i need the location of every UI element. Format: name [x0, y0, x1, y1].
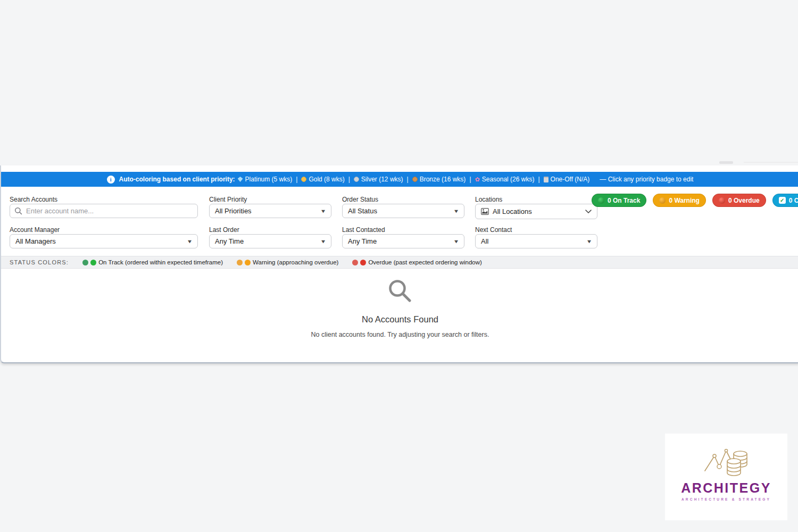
account-manager-value: All Managers — [15, 237, 56, 245]
info-icon: i — [107, 176, 115, 184]
last-order-label: Last Order — [209, 226, 239, 234]
check-icon: ✓ — [779, 197, 786, 204]
legend-warning-text: Warning (approaching overdue) — [253, 259, 338, 265]
priority-gold-label: Gold (8 wks) — [309, 176, 344, 183]
architegy-logo-card: ARCHITEGY ARCHITECTURE & STRATEGY — [665, 434, 787, 520]
banner-bold-text: Auto-coloring based on client priority: — [119, 176, 235, 183]
screen: i Auto-coloring based on client priority… — [0, 0, 798, 532]
account-manager-label: Account Manager — [10, 226, 60, 234]
account-manager-select[interactable]: All Managers ▼ — [10, 234, 198, 248]
on-track-count-badge[interactable]: 0 On Track — [592, 194, 646, 207]
warning-count: 0 Warning — [669, 197, 700, 204]
separator: | — [296, 176, 297, 183]
dropdown-arrow-icon: ▼ — [320, 239, 327, 244]
legend-title: STATUS COLORS: — [10, 259, 69, 265]
locations-value: All Locations — [493, 207, 532, 215]
status-colors-legend: STATUS COLORS: On Track (ordered within … — [1, 256, 798, 269]
red-dot-icon — [719, 197, 725, 204]
dropdown-arrow-icon: ▼ — [453, 239, 460, 244]
last-contacted-select[interactable]: Any Time ▼ — [342, 234, 464, 248]
priority-oneoff: One-Off (N/A) — [544, 176, 590, 183]
logo-graphic — [701, 446, 752, 479]
logo-wordmark: ARCHITEGY — [681, 480, 771, 496]
order-status-value: All Status — [348, 207, 377, 215]
orange-dot-icon — [245, 260, 251, 265]
priority-platinum-label: Platinum (5 wks) — [245, 176, 293, 183]
orange-dot-icon — [659, 197, 666, 204]
priority-gold: Gold (8 wks) — [301, 176, 344, 183]
on-track-count: 0 On Track — [608, 197, 640, 204]
dropdown-arrow-icon: ▼ — [453, 209, 460, 214]
search-accounts-label: Search Accounts — [10, 196, 57, 203]
complete-count-badge[interactable]: ✓ 0 Complete — [772, 194, 798, 207]
client-priority-value: All Priorities — [215, 207, 252, 215]
complete-count: 0 Complete — [789, 197, 798, 204]
logo-tagline: ARCHITECTURE & STRATEGY — [681, 497, 771, 501]
priority-silver-label: Silver (12 wks) — [361, 176, 403, 183]
priority-seasonal: ✿ Seasonal (26 wks) — [475, 176, 535, 183]
overdue-count-badge[interactable]: 0 Overdue — [712, 194, 766, 207]
legend-overdue: Overdue (past expected ordering window) — [352, 259, 482, 265]
legend-warning: Warning (approaching overdue) — [237, 259, 338, 265]
order-status-select[interactable]: All Status ▼ — [342, 204, 464, 218]
separator: | — [469, 176, 471, 183]
order-status-label: Order Status — [342, 196, 378, 203]
legend-on-track: On Track (ordered within expected timefr… — [82, 259, 223, 265]
separator: | — [348, 176, 350, 183]
clipboard-icon — [544, 177, 548, 182]
red-dot-icon — [360, 260, 366, 265]
search-icon — [14, 207, 22, 215]
banner-hint: — Click any priority badge to edit — [600, 176, 693, 183]
dropdown-arrow-icon: ▼ — [320, 209, 327, 214]
empty-state: No Accounts Found No client accounts fou… — [1, 277, 798, 338]
bronze-medal-icon — [412, 177, 418, 182]
red-dot-icon — [352, 260, 358, 265]
locations-select[interactable]: All Locations — [475, 204, 597, 219]
priority-platinum: Platinum (5 wks) — [238, 176, 293, 183]
next-contact-value: All — [481, 237, 488, 245]
last-contacted-label: Last Contacted — [342, 226, 385, 234]
priority-bronze: Bronze (16 wks) — [412, 176, 466, 183]
chevron-down-icon — [585, 210, 592, 213]
search-field-wrap — [10, 204, 198, 218]
search-accounts-input[interactable] — [10, 204, 198, 218]
client-priority-label: Client Priority — [209, 196, 247, 203]
priority-silver: Silver (12 wks) — [354, 176, 403, 183]
next-contact-label: Next Contact — [475, 226, 512, 234]
map-icon — [481, 208, 489, 215]
blossom-icon: ✿ — [475, 177, 480, 182]
dropdown-arrow-icon: ▼ — [586, 239, 593, 244]
next-contact-select[interactable]: All ▼ — [475, 234, 597, 248]
accounts-panel: i Auto-coloring based on client priority… — [0, 165, 798, 363]
last-contacted-value: Any Time — [348, 237, 377, 245]
last-order-select[interactable]: Any Time ▼ — [209, 234, 331, 248]
green-dot-icon — [90, 260, 96, 265]
overdue-count: 0 Overdue — [728, 197, 760, 204]
legend-overdue-text: Overdue (past expected ordering window) — [368, 259, 482, 265]
locations-label: Locations — [475, 196, 502, 203]
status-count-badges: 0 On Track 0 Warning 0 Overdue ✓ 0 Compl… — [592, 194, 798, 207]
empty-state-message: No client accounts found. Try adjusting … — [1, 331, 798, 338]
priority-oneoff-label: One-Off (N/A) — [551, 176, 590, 183]
diamond-platinum-icon — [238, 177, 243, 182]
legend-on-track-text: On Track (ordered within expected timefr… — [98, 259, 223, 265]
last-order-value: Any Time — [215, 237, 244, 245]
separator: | — [538, 176, 539, 183]
client-priority-select[interactable]: All Priorities ▼ — [209, 204, 331, 218]
magnifier-icon — [386, 277, 414, 305]
dropdown-arrow-icon: ▼ — [187, 239, 193, 244]
gold-medal-icon — [301, 177, 306, 182]
priority-seasonal-label: Seasonal (26 wks) — [482, 176, 535, 183]
orange-dot-icon — [237, 260, 243, 265]
warning-count-badge[interactable]: 0 Warning — [653, 194, 706, 207]
silver-medal-icon — [354, 177, 359, 182]
separator: | — [407, 176, 409, 183]
empty-state-title: No Accounts Found — [1, 314, 798, 325]
cutoff-ui-fragment — [719, 161, 733, 164]
green-dot-icon — [82, 260, 88, 265]
cutoff-ui-fragment — [744, 162, 798, 163]
priority-info-banner: i Auto-coloring based on client priority… — [1, 172, 798, 187]
green-dot-icon — [598, 197, 604, 204]
priority-bronze-label: Bronze (16 wks) — [420, 176, 466, 183]
